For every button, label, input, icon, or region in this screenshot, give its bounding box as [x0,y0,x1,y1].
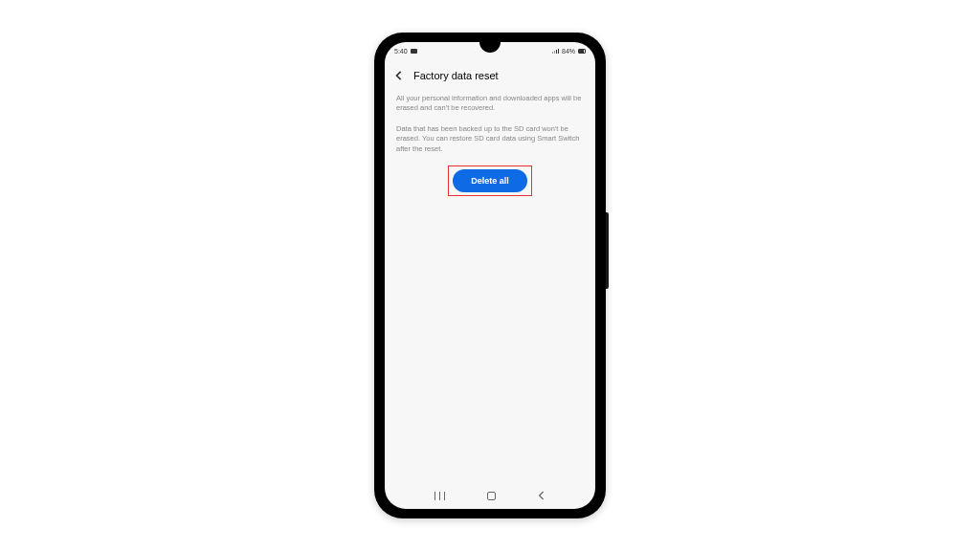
content: All your personal information and downlo… [385,90,595,482]
highlight-box: Delete all [448,165,532,196]
screen: 5:40 84% Factory data reset All your per… [385,42,595,509]
nav-back-icon[interactable] [538,487,546,504]
phone-frame: 5:40 84% Factory data reset All your per… [374,33,606,518]
status-right: 84% [552,48,586,55]
nav-bar [385,482,595,509]
header: Factory data reset [385,59,595,90]
page-title: Factory data reset [413,70,499,81]
status-left: 5:40 [394,48,417,55]
description-paragraph-2: Data that has been backed up to the SD c… [396,124,584,153]
back-icon[interactable] [394,67,404,84]
video-icon [411,49,417,54]
recents-icon[interactable] [434,492,445,500]
home-icon[interactable] [487,492,496,500]
description-paragraph-1: All your personal information and downlo… [396,94,584,113]
status-time: 5:40 [394,48,408,55]
signal-icon [552,48,559,54]
side-button [606,212,609,289]
battery-icon [578,49,586,54]
delete-all-button[interactable]: Delete all [453,169,527,192]
button-wrap: Delete all [396,165,584,196]
battery-text: 84% [562,48,575,55]
